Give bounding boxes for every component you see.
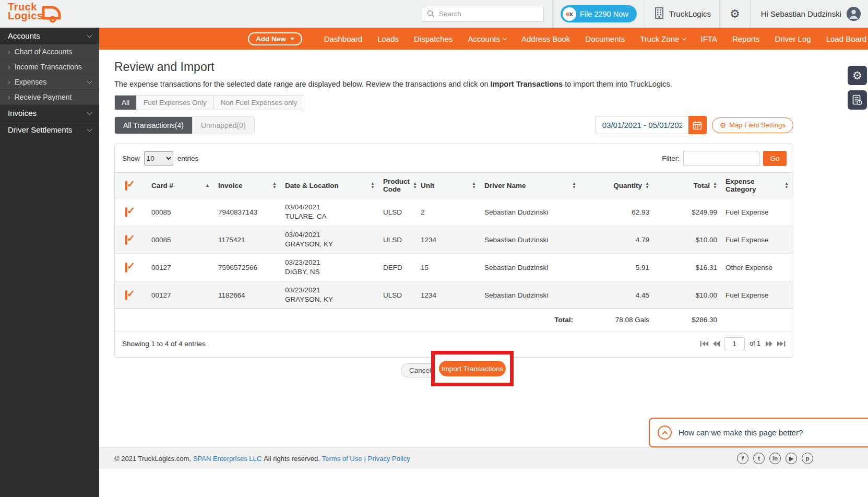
nav-loads[interactable]: Loads [377, 34, 399, 43]
chevron-down-icon [503, 36, 507, 40]
last-page-button[interactable] [777, 340, 786, 347]
add-new-button[interactable]: Add New [248, 32, 302, 45]
tab-all[interactable]: All [115, 96, 136, 110]
header-right: ex File 2290 Now TruckLogics ⚙ Hi Sebast… [552, 0, 868, 28]
total-label: Total: [480, 309, 580, 331]
cell-date: 03/23/2021 [285, 286, 375, 295]
cell-category: Fuel Expense [721, 226, 793, 254]
previous-page-button[interactable] [712, 340, 720, 347]
sidebar-item-accounts[interactable]: Accounts [0, 28, 99, 44]
page-number-input[interactable] [724, 337, 745, 350]
table-controls: Show 10 entries Filter: Go [115, 144, 793, 172]
map-field-settings-button[interactable]: ⚙ Map Field Settings [712, 117, 793, 133]
cell-location: GRAYSON, KY [285, 295, 375, 304]
cell-location: GRAYSON, KY [285, 240, 375, 249]
cell-category: Fuel Expense [721, 281, 793, 309]
linkedin-icon[interactable]: in [769, 453, 781, 464]
search-input[interactable] [422, 6, 544, 22]
col-card[interactable]: Card #▲ [147, 173, 214, 198]
sort-icon[interactable]: ▲▼ [272, 182, 277, 189]
settings-gear-icon[interactable]: ⚙ [730, 8, 740, 20]
next-page-button[interactable] [765, 340, 773, 347]
date-range-input[interactable] [596, 116, 688, 134]
col-unit[interactable]: Unit▲▼ [417, 173, 480, 198]
feedback-banner[interactable]: How can we make this page better? [649, 418, 868, 447]
sort-icon[interactable]: ▲▼ [713, 182, 717, 189]
pinterest-icon[interactable]: p [802, 453, 813, 464]
nav-load-board[interactable]: Load Board [826, 34, 867, 43]
first-page-button[interactable] [700, 340, 709, 347]
chevron-down-icon [87, 110, 92, 115]
sidebar-item-income-transactions[interactable]: › Income Transactions [0, 60, 99, 75]
youtube-icon[interactable]: ▶ [786, 453, 797, 464]
user-avatar[interactable] [847, 7, 861, 21]
page-footer: © 2021 TruckLogics.com,SPAN Enterprises … [99, 447, 868, 469]
sort-icon[interactable]: ▲▼ [572, 182, 576, 189]
show-label: Show [122, 155, 140, 162]
nav-dispatches[interactable]: Dispatches [414, 34, 453, 43]
sort-asc-icon[interactable]: ▲ [205, 183, 210, 188]
filter-input[interactable] [683, 151, 759, 166]
col-label: Date & Location [285, 182, 339, 190]
sidebar-item-expenses[interactable]: › Expenses [0, 75, 99, 90]
tab-non-fuel-expenses-only[interactable]: Non Fuel Expenses only [213, 96, 304, 110]
tab-all-transactions[interactable]: All Transactions(4) [115, 117, 192, 134]
select-all-checkbox[interactable]: ✓ [125, 181, 127, 191]
facebook-icon[interactable]: f [737, 453, 748, 464]
trucklogics-logo[interactable]: Truck Logics [8, 3, 63, 25]
col-product-code[interactable]: Product Code▲▼ [379, 173, 417, 198]
chevron-down-icon [87, 126, 92, 132]
calendar-button[interactable] [688, 116, 707, 134]
sidebar-item-receive-payment[interactable]: › Receive Payment [0, 90, 99, 105]
logo-line2: Logics [8, 11, 43, 20]
terms-of-use-link[interactable]: Terms of Use [322, 455, 362, 463]
privacy-policy-link[interactable]: Privacy Policy [368, 455, 410, 463]
nav-reports[interactable]: Reports [732, 34, 760, 43]
summary-row: Total: 78.08 Gals $286.30 [115, 309, 793, 331]
nav-label: Dashboard [324, 34, 362, 43]
page-description: The expense transactions for the selecte… [114, 80, 868, 88]
sidebar-item-chart-of-accounts[interactable]: › Chart of Accounts [0, 44, 99, 60]
nav-ifta[interactable]: IFTA [701, 34, 717, 43]
sort-icon[interactable]: ▲▼ [645, 182, 649, 189]
row-checkbox[interactable]: ✓ [125, 263, 127, 273]
search-box [422, 6, 544, 22]
calendar-icon [693, 121, 702, 130]
nav-driver-log[interactable]: Driver Log [775, 34, 811, 43]
col-expense-category[interactable]: Expense Category▲▼ [721, 173, 793, 198]
sidebar-item-driver-settlements[interactable]: Driver Settlements [0, 122, 99, 138]
sort-icon[interactable]: ▲▼ [371, 182, 375, 189]
nav-dashboard[interactable]: Dashboard [324, 34, 362, 43]
page-size-select[interactable]: 10 [144, 151, 173, 165]
twitter-icon[interactable]: t [753, 453, 765, 464]
col-quantity[interactable]: Quantity▲▼ [580, 173, 653, 198]
sort-icon[interactable]: ▲▼ [413, 182, 417, 189]
nav-accounts[interactable]: Accounts [468, 34, 506, 43]
sidebar-label: Accounts [8, 31, 40, 40]
company-switcher[interactable]: TruckLogics [653, 7, 711, 21]
cell-driver: Sebastian Dudzinski [480, 198, 580, 226]
sort-icon[interactable]: ▲▼ [472, 182, 476, 189]
nav-truck-zone[interactable]: Truck Zone [640, 34, 685, 43]
tab-fuel-expenses-only[interactable]: Fuel Expenses Only [136, 96, 213, 110]
span-enterprises-link[interactable]: SPAN Enterprises LLC [193, 455, 261, 463]
row-checkbox[interactable]: ✓ [125, 290, 127, 300]
chevron-right-icon: › [8, 63, 10, 71]
sidebar-item-invoices[interactable]: Invoices [0, 105, 99, 122]
go-button[interactable]: Go [763, 151, 787, 166]
sort-icon[interactable]: ▲▼ [784, 182, 789, 189]
row-checkbox[interactable]: ✓ [125, 235, 127, 245]
history-float-button[interactable] [848, 90, 867, 110]
nav-address-book[interactable]: Address Book [521, 34, 570, 43]
import-transactions-button[interactable]: Import Transactions [439, 361, 506, 376]
col-total[interactable]: Total▲▼ [653, 173, 721, 198]
col-date-location[interactable]: Date & Location▲▼ [281, 173, 379, 198]
col-invoice[interactable]: Invoice▲▼ [214, 173, 281, 198]
file-2290-now-button[interactable]: ex File 2290 Now [561, 5, 637, 22]
tab-unmapped[interactable]: Unmapped(0) [192, 117, 254, 134]
row-checkbox[interactable]: ✓ [125, 207, 127, 217]
nav-documents[interactable]: Documents [585, 34, 625, 43]
col-driver-name[interactable]: Driver Name▲▼ [480, 173, 580, 198]
page-settings-float-button[interactable]: ⚙ [848, 66, 867, 85]
desc-before: The expense transactions for the selecte… [114, 80, 491, 88]
